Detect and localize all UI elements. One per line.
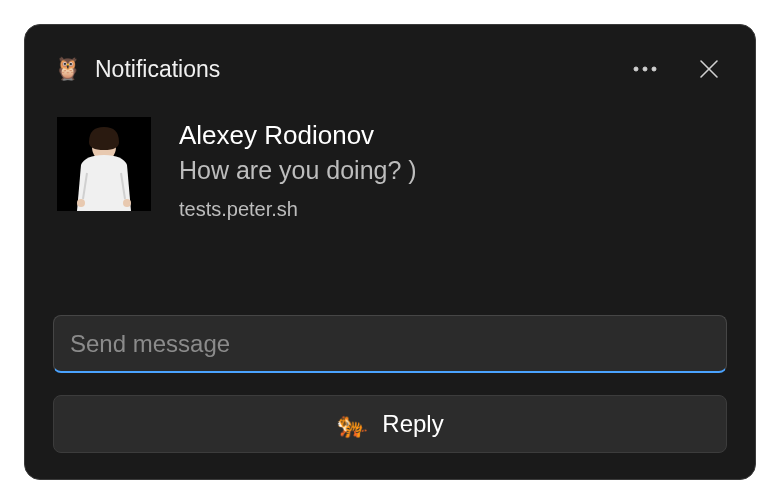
- svg-point-8: [123, 199, 131, 207]
- app-name: Notifications: [95, 56, 613, 83]
- header-actions: [627, 51, 727, 87]
- reply-input[interactable]: [53, 315, 727, 373]
- toast-body: Alexey Rodionov How are you doing? ) tes…: [53, 117, 727, 221]
- svg-point-0: [634, 67, 638, 71]
- notification-toast: 🦉 Notifications: [24, 24, 756, 480]
- source-label: tests.peter.sh: [179, 198, 417, 221]
- svg-point-2: [652, 67, 656, 71]
- reply-button[interactable]: 🐅 Reply: [53, 395, 727, 453]
- app-icon: 🦉: [53, 55, 81, 83]
- reply-input-container: [53, 315, 727, 373]
- message-preview: How are you doing? ): [179, 154, 417, 187]
- sender-name: Alexey Rodionov: [179, 119, 417, 152]
- toast-header: 🦉 Notifications: [53, 45, 727, 93]
- reply-icon: 🐅: [336, 411, 368, 437]
- more-icon: [632, 65, 658, 73]
- more-button[interactable]: [627, 51, 663, 87]
- close-button[interactable]: [691, 51, 727, 87]
- reply-button-label: Reply: [382, 410, 443, 438]
- svg-point-1: [643, 67, 647, 71]
- sender-avatar: [57, 117, 151, 211]
- svg-point-7: [77, 199, 85, 207]
- close-icon: [699, 59, 719, 79]
- notification-text: Alexey Rodionov How are you doing? ) tes…: [179, 117, 417, 221]
